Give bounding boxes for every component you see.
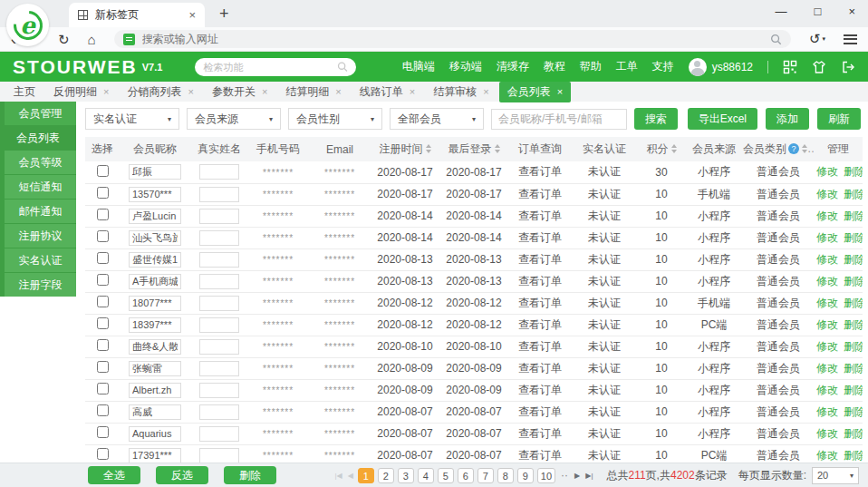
delete-link[interactable]: 删除 xyxy=(844,275,863,287)
page-button-2[interactable]: 2 xyxy=(378,468,394,483)
export-excel-button[interactable]: 导出Excel xyxy=(688,108,757,130)
sort-icon[interactable] xyxy=(426,144,431,153)
page-button-8[interactable]: 8 xyxy=(497,468,514,483)
realname-input[interactable] xyxy=(199,296,239,311)
delete-link[interactable]: 删除 xyxy=(844,188,863,200)
realname-input[interactable] xyxy=(199,361,239,376)
row-checkbox[interactable] xyxy=(97,274,109,286)
next-page-icon[interactable]: ▶ xyxy=(574,472,581,480)
view-orders-link[interactable]: 查看订单 xyxy=(518,427,562,440)
tab-close-icon[interactable]: × xyxy=(188,86,193,97)
history-undo-button[interactable]: ↺ ▾ xyxy=(809,31,825,47)
header-nav-link[interactable]: 清缓存 xyxy=(497,59,529,74)
edit-link[interactable]: 修改 xyxy=(816,427,838,440)
delete-link[interactable]: 删除 xyxy=(844,165,863,178)
row-checkbox[interactable] xyxy=(97,339,109,351)
row-checkbox[interactable] xyxy=(97,361,109,373)
row-checkbox[interactable] xyxy=(97,187,109,199)
realname-input[interactable] xyxy=(199,274,239,289)
logout-icon[interactable] xyxy=(841,60,855,74)
new-tab-button[interactable]: + xyxy=(219,5,229,24)
page-button-3[interactable]: 3 xyxy=(398,468,414,483)
workspace-tab-结算明细[interactable]: 结算明细× xyxy=(277,82,349,102)
help-icon[interactable]: ? xyxy=(788,143,799,154)
page-button-1[interactable]: 1 xyxy=(358,468,374,483)
edit-link[interactable]: 修改 xyxy=(816,297,838,309)
header-nav-link[interactable]: 支持 xyxy=(652,59,674,74)
workspace-tab-参数开关[interactable]: 参数开关× xyxy=(204,82,275,102)
filter-select-全部会员[interactable]: 全部会员▾ xyxy=(390,108,484,130)
nickname-input[interactable] xyxy=(129,339,181,355)
address-bar[interactable] xyxy=(114,30,791,48)
view-orders-link[interactable]: 查看订单 xyxy=(518,275,562,287)
edit-link[interactable]: 修改 xyxy=(816,165,838,178)
nickname-input[interactable] xyxy=(129,230,181,246)
edit-link[interactable]: 修改 xyxy=(816,253,838,266)
workspace-tab-主页[interactable]: 主页 xyxy=(5,82,43,102)
realname-input[interactable] xyxy=(199,383,239,398)
row-checkbox[interactable] xyxy=(97,252,109,264)
filter-select-会员来源[interactable]: 会员来源▾ xyxy=(187,108,281,130)
search-icon[interactable] xyxy=(337,61,348,73)
header-nav-link[interactable]: 教程 xyxy=(544,59,565,74)
header-nav-link[interactable]: 电脑端 xyxy=(402,59,435,74)
maximize-icon[interactable]: □ xyxy=(815,5,822,18)
header-nav-link[interactable]: 工单 xyxy=(616,59,638,74)
select-all-button[interactable]: 全选 xyxy=(88,466,140,484)
keyword-input[interactable] xyxy=(491,109,627,130)
edit-link[interactable]: 修改 xyxy=(816,384,838,396)
filter-select-会员性别[interactable]: 会员性别▾ xyxy=(288,108,382,130)
edit-link[interactable]: 修改 xyxy=(816,318,838,331)
nickname-input[interactable] xyxy=(129,448,181,463)
row-checkbox[interactable] xyxy=(97,209,109,220)
menu-icon[interactable] xyxy=(844,34,857,44)
realname-input[interactable] xyxy=(199,230,239,246)
edit-link[interactable]: 修改 xyxy=(816,405,838,418)
tab-close-icon[interactable]: × xyxy=(103,86,109,97)
workspace-tab-反佣明细[interactable]: 反佣明细× xyxy=(45,82,117,102)
first-page-icon[interactable]: |◀ xyxy=(333,472,342,480)
tab-close-icon[interactable]: × xyxy=(188,8,196,22)
nickname-input[interactable] xyxy=(129,317,181,333)
workspace-tab-会员列表[interactable]: 会员列表× xyxy=(499,82,571,102)
edit-link[interactable]: 修改 xyxy=(816,231,838,244)
view-orders-link[interactable]: 查看订单 xyxy=(518,384,562,396)
reload-icon[interactable]: ↻ xyxy=(58,33,70,46)
realname-input[interactable] xyxy=(199,448,239,463)
nickname-input[interactable] xyxy=(129,383,181,398)
sidebar-item-会员列表[interactable]: 会员列表 xyxy=(0,126,76,150)
header-nav-link[interactable]: 移动端 xyxy=(449,59,482,74)
nickname-input[interactable] xyxy=(129,404,181,420)
prev-page-icon[interactable]: ◀ xyxy=(347,472,354,480)
function-search-box[interactable] xyxy=(195,58,356,76)
delete-link[interactable]: 删除 xyxy=(844,318,863,331)
workspace-tab-线路订单[interactable]: 线路订单× xyxy=(352,82,423,102)
delete-link[interactable]: 删除 xyxy=(844,297,863,309)
nickname-input[interactable] xyxy=(129,274,181,289)
delete-link[interactable]: 删除 xyxy=(844,362,863,375)
tab-close-icon[interactable]: × xyxy=(483,86,488,97)
page-button-9[interactable]: 9 xyxy=(517,468,534,483)
view-orders-link[interactable]: 查看订单 xyxy=(518,165,562,178)
sidebar-item-会员等级[interactable]: 会员等级 xyxy=(5,151,76,174)
view-orders-link[interactable]: 查看订单 xyxy=(518,209,562,222)
refresh-button[interactable]: 刷新 xyxy=(817,108,861,130)
sort-icon[interactable] xyxy=(671,144,677,153)
view-orders-link[interactable]: 查看订单 xyxy=(518,318,562,331)
edit-link[interactable]: 修改 xyxy=(816,275,838,287)
workspace-tab-分销商列表[interactable]: 分销商列表× xyxy=(119,82,201,102)
edit-link[interactable]: 修改 xyxy=(816,188,838,200)
page-button-6[interactable]: 6 xyxy=(458,468,474,483)
nickname-input[interactable] xyxy=(129,296,181,311)
browser-tab[interactable]: 新标签页 × xyxy=(69,3,205,27)
delete-link[interactable]: 删除 xyxy=(844,449,863,462)
row-checkbox[interactable] xyxy=(97,230,109,242)
view-orders-link[interactable]: 查看订单 xyxy=(518,340,562,353)
page-button-10[interactable]: 10 xyxy=(537,468,555,483)
row-checkbox[interactable] xyxy=(97,383,109,394)
realname-input[interactable] xyxy=(199,317,239,333)
tab-close-icon[interactable]: × xyxy=(557,86,563,97)
nickname-input[interactable] xyxy=(129,361,181,376)
close-icon[interactable]: × xyxy=(848,5,855,18)
nickname-input[interactable] xyxy=(129,209,181,224)
